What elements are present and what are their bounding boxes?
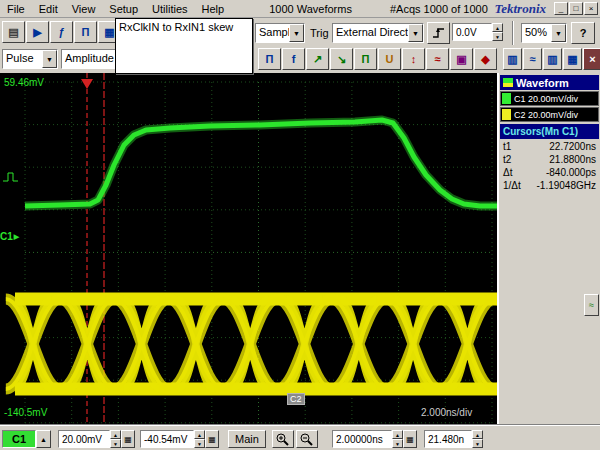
maximize-button[interactable]: □ bbox=[569, 2, 583, 15]
horizontal-position-field[interactable]: 21.480n bbox=[424, 430, 472, 448]
trigger-position-icon bbox=[81, 79, 93, 89]
channel-select-value[interactable]: C1 bbox=[2, 430, 36, 448]
gated-measure-icon[interactable]: ▣ bbox=[450, 48, 473, 70]
readout-name: t1 bbox=[503, 141, 511, 152]
chevron-down-icon[interactable]: ▼ bbox=[551, 24, 566, 42]
readout-name: 1/Δt bbox=[503, 180, 521, 191]
neg-width-icon[interactable]: U bbox=[378, 48, 401, 70]
zoom-out-button[interactable] bbox=[296, 430, 318, 448]
trigger-source-value: External Direct bbox=[333, 24, 408, 42]
increment-button[interactable]: ▲ bbox=[472, 430, 483, 439]
measurement-class-select[interactable]: Pulse ▼ bbox=[2, 49, 58, 69]
menu-items: FileEditViewSetupUtilitiesHelp bbox=[0, 2, 231, 16]
channel-scale-label: C1 20.00mV/div bbox=[514, 94, 578, 104]
menu-edit[interactable]: Edit bbox=[32, 2, 65, 16]
decrement-button[interactable]: ▼ bbox=[392, 439, 403, 448]
channel-row-c2[interactable]: C2 20.00mV/div bbox=[500, 107, 599, 122]
waveform-header: Waveform bbox=[500, 75, 599, 90]
panel-toggle-button[interactable]: ≈ bbox=[584, 294, 599, 316]
c1-channel-marker[interactable]: C1 ▶ bbox=[0, 231, 19, 242]
chevron-down-icon[interactable]: ▼ bbox=[42, 50, 57, 68]
channel-scale-label: C2 20.00mV/div bbox=[514, 110, 578, 120]
increment-button[interactable]: ▲ bbox=[492, 23, 503, 32]
increment-button[interactable]: ▲ bbox=[194, 430, 205, 439]
menu-view[interactable]: View bbox=[65, 2, 103, 16]
display-zoom-select[interactable]: 50% ▼ bbox=[521, 23, 567, 43]
waveform-db-icon[interactable]: ≈ bbox=[523, 48, 542, 70]
minimize-button[interactable]: _ bbox=[554, 2, 568, 15]
waveform-display[interactable]: 59.46mV C1 ▶ -140.5mV C2 2.000ns/div bbox=[0, 73, 497, 425]
keypad-icon[interactable]: ▦ bbox=[205, 430, 219, 448]
trigger-level-icon bbox=[3, 173, 18, 181]
c2-ground-marker: C2 bbox=[287, 393, 305, 405]
toolbar-separator bbox=[512, 21, 514, 45]
rising-edge-icon bbox=[431, 25, 447, 41]
keypad-icon[interactable]: ▦ bbox=[121, 430, 135, 448]
histogram-icon[interactable]: ▥ bbox=[543, 48, 562, 70]
multiview-icon[interactable]: ▥ bbox=[503, 48, 522, 70]
channel-select[interactable]: C1 ▲ bbox=[2, 430, 51, 448]
decrement-button[interactable]: ▼ bbox=[194, 439, 205, 448]
decrement-button[interactable]: ▼ bbox=[110, 439, 121, 448]
readout-value: 22.7200ns bbox=[549, 141, 596, 152]
zoom-in-button[interactable] bbox=[272, 430, 294, 448]
magnifier-plus-icon bbox=[275, 432, 291, 447]
decrement-button[interactable]: ▼ bbox=[472, 439, 483, 448]
scope-canvas bbox=[0, 73, 497, 425]
eye-mask-icon[interactable]: ◆ bbox=[474, 48, 497, 70]
waveform-header-label: Waveform bbox=[516, 77, 569, 89]
horizontal-scale-field[interactable]: 2.00000ns bbox=[332, 430, 392, 448]
pos-width-icon[interactable]: Π bbox=[354, 48, 377, 70]
menu-file[interactable]: File bbox=[0, 2, 32, 16]
channel-row-c1[interactable]: C1 20.00mV/div bbox=[500, 91, 599, 106]
pulse-define-icon[interactable]: Π bbox=[74, 21, 97, 43]
math-fx-icon[interactable]: ƒ bbox=[50, 21, 73, 43]
decrement-button[interactable]: ▼ bbox=[492, 32, 503, 41]
acquisition-mode-select[interactable]: Sample ▼ bbox=[255, 23, 305, 43]
mask-test-icon[interactable]: ▦ bbox=[563, 48, 582, 70]
arrow-right-icon: ▶ bbox=[14, 233, 19, 241]
trigger-level-field[interactable]: 0.0V bbox=[452, 23, 492, 41]
chevron-down-icon[interactable]: ▼ bbox=[408, 24, 423, 42]
keypad-icon[interactable]: ▦ bbox=[403, 430, 417, 448]
chevron-up-icon[interactable]: ▲ bbox=[36, 430, 51, 448]
panel-buttons: ▥≈▥▦× bbox=[503, 48, 600, 70]
readout-value: 21.8800ns bbox=[549, 154, 596, 165]
printer-icon[interactable]: ▤ bbox=[2, 21, 25, 43]
readout-name: Δt bbox=[503, 167, 512, 178]
frequency-icon[interactable]: f bbox=[282, 48, 305, 70]
menu-help[interactable]: Help bbox=[195, 2, 232, 16]
increment-button[interactable]: ▲ bbox=[110, 430, 121, 439]
context-help-button[interactable]: ? bbox=[571, 22, 595, 44]
increment-button[interactable]: ▲ bbox=[392, 430, 403, 439]
close-toolbar-icon[interactable]: × bbox=[583, 48, 600, 70]
pointer-icon[interactable]: ▶ bbox=[26, 21, 49, 43]
trigger-source-select[interactable]: External Direct ▼ bbox=[332, 23, 424, 43]
chevron-down-icon[interactable]: ▼ bbox=[289, 24, 304, 42]
cursor-readout-row: 1/Δt-1.19048GHz bbox=[499, 179, 600, 192]
annotation-popup[interactable]: RxClkIN to RxIN1 skew bbox=[115, 18, 253, 74]
window-controls: _ □ × bbox=[554, 2, 598, 15]
menu-setup[interactable]: Setup bbox=[102, 2, 145, 16]
main-timebase-button[interactable]: Main bbox=[228, 430, 266, 448]
main-button-label: Main bbox=[235, 433, 259, 445]
vertical-scale-control: 20.00mV ▲ ▼ ▦ bbox=[58, 430, 135, 448]
period-icon[interactable]: Π bbox=[258, 48, 281, 70]
close-button[interactable]: × bbox=[584, 2, 598, 15]
oscilloscope-app: FileEditViewSetupUtilitiesHelp 1000 Wave… bbox=[0, 0, 600, 450]
fall-time-icon[interactable]: ↘ bbox=[330, 48, 353, 70]
pk-pk-icon[interactable]: ↕ bbox=[402, 48, 425, 70]
status-bar: C1 ▲ 20.00mV ▲ ▼ ▦ -40.54mV ▲ ▼ ▦ Main bbox=[0, 425, 600, 450]
vertical-scale-field[interactable]: 20.00mV bbox=[58, 430, 110, 448]
toolbar-row1-icons: ▤▶ƒΠ▦ bbox=[2, 21, 121, 43]
rms-icon[interactable]: ≈ bbox=[426, 48, 449, 70]
rise-time-icon[interactable]: ↗ bbox=[306, 48, 329, 70]
readout-name: t2 bbox=[503, 154, 511, 165]
cursor-readout-row: t122.7200ns bbox=[499, 140, 600, 153]
trigger-slope-button[interactable] bbox=[427, 22, 450, 44]
vertical-position-field[interactable]: -40.54mV bbox=[140, 430, 194, 448]
menu-utilities[interactable]: Utilities bbox=[145, 2, 194, 16]
channel-color-chip bbox=[502, 93, 511, 104]
cursors-header: Cursors(Mn C1) bbox=[500, 124, 599, 139]
annotation-text: RxClkIN to RxIN1 skew bbox=[119, 21, 233, 33]
